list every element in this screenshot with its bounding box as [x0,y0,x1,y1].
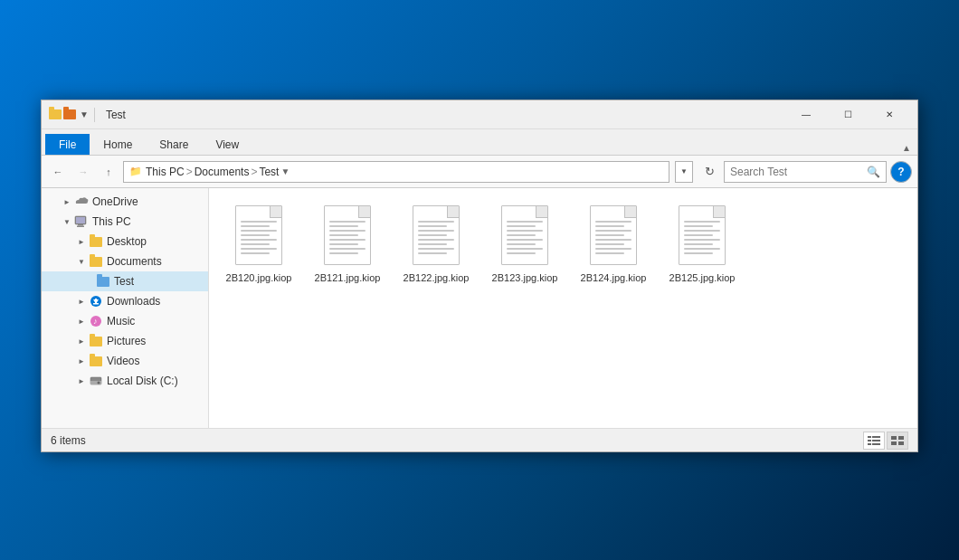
item-count: 6 items [51,434,863,447]
doc-line [329,243,358,245]
up-button[interactable]: ↑ [98,161,119,183]
thispc-icon [74,214,89,229]
expand-pictures[interactable]: ► [74,334,89,348]
document-lines [595,221,631,254]
sidebar-item-downloads[interactable]: ► Downloads [42,291,208,311]
breadcrumb-test[interactable]: Test [259,166,279,178]
svg-rect-17 [868,443,871,445]
search-button[interactable]: 🔍 [866,163,880,181]
expand-desktop[interactable]: ► [74,234,89,249]
sidebar-item-documents[interactable]: ▼ Documents [42,252,208,271]
expand-onedrive[interactable]: ► [60,195,74,209]
forward-button[interactable]: → [72,161,94,183]
svg-rect-18 [872,443,880,445]
tab-view[interactable]: View [202,134,252,155]
minimize-button[interactable]: — [785,100,827,129]
ribbon: File Home Share View ▲ [42,129,917,156]
file-item[interactable]: 2B121.jpg.kiop [307,197,388,289]
doc-line [241,225,270,227]
sidebar-item-pictures[interactable]: ► Pictures [42,331,208,351]
document-lines [684,221,720,254]
ribbon-expand-button[interactable]: ▲ [899,140,914,155]
breadcrumb-dropdown[interactable]: ▼ [280,166,290,176]
svg-rect-1 [76,217,85,223]
doc-line [595,225,624,227]
music-icon: ♪ [89,314,103,328]
tab-share[interactable]: Share [146,134,202,155]
sidebar-item-music[interactable]: ► ♪ Music [42,311,208,331]
file-item[interactable]: 2B124.jpg.kiop [573,197,654,289]
maximize-button[interactable]: ☐ [827,100,869,129]
doc-line [684,243,713,245]
file-icon [498,203,552,268]
expand-music[interactable]: ► [74,314,89,328]
window-title: Test [106,109,785,121]
ribbon-tabs: File Home Share View ▲ [42,129,917,155]
list-view-button[interactable] [863,432,885,450]
breadcrumb-sep-2: > [251,166,257,178]
svg-rect-14 [872,436,880,438]
tab-home[interactable]: Home [90,134,146,155]
help-button[interactable]: ? [890,161,912,183]
breadcrumb-documents[interactable]: Documents [195,166,250,178]
svg-rect-7 [93,303,99,305]
file-item[interactable]: 2B123.jpg.kiop [484,197,565,289]
breadcrumb-sep-1: > [186,166,193,178]
doc-line [684,239,720,241]
title-bar: ▼ Test — ☐ ✕ [42,100,917,129]
doc-line [241,239,277,241]
videos-icon [89,354,103,368]
expand-localdisk[interactable]: ► [74,374,89,388]
doc-line [241,221,277,223]
document-lines [329,221,366,254]
doc-line [507,252,536,254]
sidebar-label-music: Music [107,315,204,327]
dropdown-button[interactable]: ▼ [675,161,693,183]
test-icon [96,274,110,289]
sidebar-item-videos[interactable]: ► Videos [42,351,208,371]
expand-test[interactable] [89,274,96,289]
sidebar-item-localdisk[interactable]: ► Local Disk (C:) [42,371,208,391]
sidebar-item-test[interactable]: Test [42,271,208,291]
doc-line [595,234,624,236]
expand-documents[interactable]: ▼ [74,254,89,269]
breadcrumb-thispc[interactable]: This PC [146,166,185,178]
sidebar-item-onedrive[interactable]: ► OneDrive [42,192,208,212]
doc-line [507,225,536,227]
svg-rect-22 [898,441,904,445]
file-icon [675,203,729,268]
file-item[interactable]: 2B125.jpg.kiop [661,197,743,289]
file-item[interactable]: 2B120.jpg.kiop [218,197,299,289]
downloads-icon [89,294,103,308]
tab-file[interactable]: File [45,134,90,155]
sidebar-label-thispc: This PC [92,215,204,228]
doc-line [684,248,720,250]
svg-point-12 [98,382,100,384]
sidebar-item-thispc[interactable]: ▼ This PC [42,212,208,232]
document-icon [679,205,726,265]
expand-videos[interactable]: ► [74,354,89,368]
doc-line [418,221,454,223]
sidebar-item-desktop[interactable]: ► Desktop [42,232,208,252]
document-icon [413,205,460,265]
close-button[interactable]: ✕ [869,100,910,129]
document-icon [324,205,371,265]
refresh-button[interactable]: ↻ [698,161,720,183]
search-input[interactable] [730,166,866,178]
doc-line [329,252,358,254]
doc-line [507,248,543,250]
address-path[interactable]: 📁 This PC > Documents > Test ▼ [123,161,669,183]
doc-line [595,243,624,245]
expand-downloads[interactable]: ► [74,294,89,308]
back-button[interactable]: ← [47,161,69,183]
svg-rect-2 [78,224,83,226]
doc-line [241,248,277,250]
document-icon [235,205,282,265]
doc-line [507,234,536,236]
doc-line [241,234,270,236]
file-item[interactable]: 2B122.jpg.kiop [395,197,477,289]
svg-rect-6 [95,299,97,303]
expand-thispc[interactable]: ▼ [60,214,74,229]
doc-line [507,239,543,241]
large-icon-view-button[interactable] [887,432,908,450]
